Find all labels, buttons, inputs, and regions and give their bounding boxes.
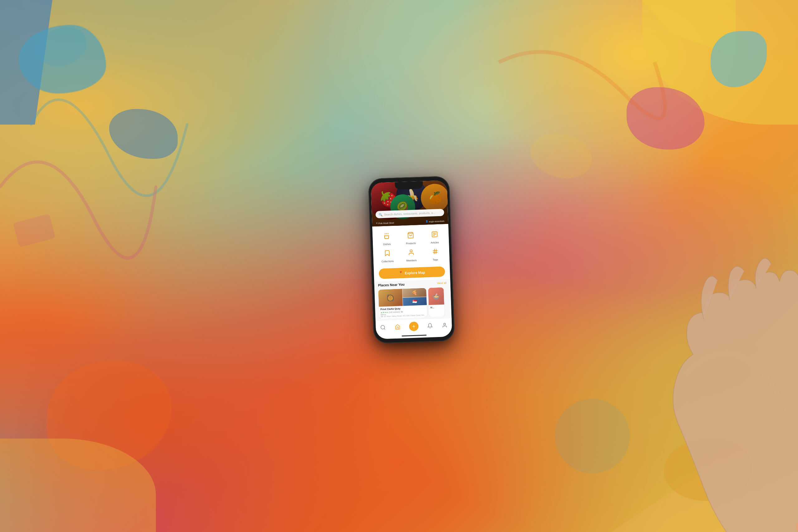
phone-mockup: 🍓 🍌 🍊 🥝 🔍 Search dishes, restauran	[368, 176, 455, 344]
place-image-flag: 🇸🇬	[403, 297, 427, 306]
nav-search[interactable]	[380, 325, 386, 330]
phone-notch	[395, 181, 423, 190]
explore-map-button[interactable]: 📍 Explore Map	[379, 266, 445, 279]
view-all-link[interactable]: View all	[437, 281, 447, 285]
svg-point-9	[410, 250, 412, 252]
svg-point-15	[443, 323, 446, 325]
svg-line-10	[433, 250, 437, 251]
place-info-2: M...	[429, 304, 445, 311]
places-title: Places Near You	[378, 283, 405, 287]
place-reviews-1: (140 reviews)	[389, 311, 400, 313]
place-image-main: 🥘	[378, 289, 402, 307]
nav-notifications[interactable]	[427, 323, 433, 329]
category-products[interactable]: Products	[399, 229, 422, 245]
collections-label: Collections	[382, 260, 394, 263]
hand-svg	[591, 215, 798, 532]
place-card-2[interactable]: 🍲 M...	[428, 287, 445, 317]
place-name-2: M...	[430, 306, 443, 309]
members-icon	[405, 246, 417, 258]
place-price-1: $$	[401, 311, 403, 313]
place-card-1[interactable]: 🥘 🍕 🇸🇬 Privé Clarke Quay ★	[378, 288, 427, 319]
dishes-label: Dishes	[383, 243, 391, 246]
place-image-2: 🍕	[402, 288, 427, 298]
scene-container: 🍓 🍌 🍊 🥝 🔍 Search dishes, restauran	[0, 0, 798, 532]
tags-label: Tags	[433, 258, 438, 261]
category-grid: Dishes Products	[372, 224, 450, 266]
places-header: Places Near You View all	[378, 281, 447, 287]
products-icon	[405, 229, 416, 241]
nav-add[interactable]: +	[409, 321, 419, 331]
svg-line-13	[435, 249, 436, 254]
svg-line-4	[408, 233, 413, 234]
svg-line-12	[434, 249, 435, 254]
phone-shell: 🍓 🍌 🍊 🥝 🔍 Search dishes, restauran	[368, 176, 455, 344]
place-info-1: Privé Clarke Quay ★ ★ ★ ★ (140	[379, 305, 427, 319]
articles-label: Articles	[431, 241, 439, 244]
screen-content: 🍓 🍌 🍊 🥝 🔍 Search dishes, restauran	[370, 180, 452, 339]
nav-home[interactable]	[395, 324, 401, 330]
category-dishes[interactable]: Dishes	[376, 230, 398, 246]
places-section: Places Near You View all 🥘 🍕 🇸🇬	[374, 279, 451, 320]
map-pin-icon: 📍	[399, 271, 403, 275]
search-placeholder-text: Search dishes, restaurants, products, a.…	[384, 211, 435, 216]
phone-screen: 🍓 🍌 🍊 🥝 🔍 Search dishes, restauran	[370, 180, 452, 339]
dishes-icon	[381, 230, 393, 242]
svg-line-11	[433, 252, 438, 253]
place-image-card2: 🍲	[428, 287, 444, 305]
members-label: Members	[406, 259, 417, 262]
tags-icon	[429, 246, 441, 257]
place-rating-1: ★ ★ ★ ★	[381, 311, 388, 314]
collections-icon	[382, 247, 393, 259]
search-icon: 🔍	[379, 213, 382, 216]
add-button[interactable]: +	[409, 321, 419, 331]
category-tags[interactable]: Tags	[424, 245, 447, 261]
places-scroll: 🥘 🍕 🇸🇬 Privé Clarke Quay ★	[378, 287, 448, 319]
nav-profile[interactable]	[442, 322, 448, 328]
products-label: Products	[406, 242, 416, 245]
articles-icon	[429, 229, 440, 240]
category-articles[interactable]: Articles	[423, 228, 446, 244]
category-members[interactable]: Members	[400, 246, 422, 262]
category-collections[interactable]: Collections	[376, 247, 399, 263]
